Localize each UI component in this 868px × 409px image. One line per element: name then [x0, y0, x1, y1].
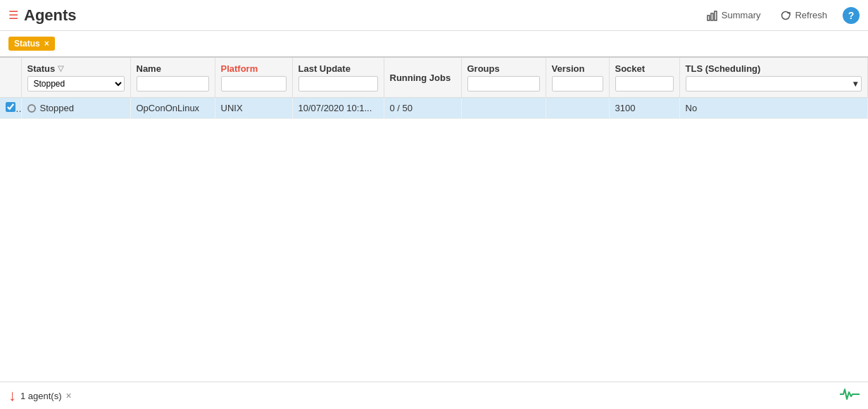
col-tls-label: TLS (Scheduling): [686, 63, 761, 74]
row-name-cell: OpConOnLinux: [130, 98, 215, 119]
tls-dropdown-arrow: ▾: [853, 79, 857, 89]
help-label: ?: [848, 10, 855, 21]
status-filter-select[interactable]: Stopped Running: [27, 76, 125, 92]
groups-filter-input[interactable]: [467, 76, 540, 92]
col-version-label: Version: [552, 63, 585, 74]
last-update-filter-input[interactable]: [298, 76, 378, 92]
col-status: Status ▽ Stopped Running: [21, 58, 130, 98]
footer-close-icon[interactable]: ×: [66, 390, 72, 401]
col-platform-label: Platform: [221, 63, 258, 74]
row-status-text: Stopped: [40, 103, 74, 113]
tls-filter-dropdown[interactable]: ▾: [686, 76, 862, 92]
version-filter-input[interactable]: [552, 76, 603, 92]
row-platform-cell: UNIX: [215, 98, 292, 119]
summary-icon: [707, 10, 718, 21]
svg-rect-0: [707, 15, 710, 20]
refresh-label: Refresh: [795, 10, 827, 20]
socket-filter-input[interactable]: [615, 76, 674, 92]
col-last-update: Last Update: [292, 58, 384, 98]
filter-bar: Status ×: [0, 31, 868, 58]
heartbeat-svg: [840, 387, 860, 401]
row-version-cell: [546, 98, 609, 119]
row-status-cell: Stopped: [21, 98, 130, 119]
row-tls-cell: No: [679, 98, 868, 119]
summary-label: Summary: [722, 10, 761, 20]
page-title: Agents: [24, 6, 77, 25]
platform-filter-input[interactable]: [221, 76, 287, 92]
agent-count: 1 agent(s): [20, 391, 62, 401]
col-checkbox: [0, 58, 21, 98]
row-checkbox[interactable]: [6, 102, 15, 112]
filter-tag-close[interactable]: ×: [44, 39, 49, 49]
footer-left: ↓ 1 agent(s) ×: [8, 386, 72, 405]
table-wrapper: Status ▽ Stopped Running Name: [0, 58, 868, 382]
row-running-jobs-cell: 0 / 50: [384, 98, 461, 119]
svg-rect-1: [711, 13, 713, 20]
table-scroll-area[interactable]: Status ▽ Stopped Running Name: [0, 58, 868, 382]
summary-button[interactable]: Summary: [703, 7, 765, 24]
svg-rect-2: [715, 11, 717, 20]
col-platform: Platform: [215, 58, 292, 98]
col-status-label: Status: [27, 63, 56, 74]
heartbeat-icon: [840, 389, 860, 404]
col-running-jobs: Running Jobs: [384, 58, 461, 98]
refresh-button[interactable]: Refresh: [776, 7, 831, 24]
row-groups-cell: [461, 98, 546, 119]
status-filter-icon: ▽: [58, 64, 63, 73]
table-header-row: Status ▽ Stopped Running Name: [0, 58, 868, 98]
agents-table: Status ▽ Stopped Running Name: [0, 58, 868, 119]
col-running-jobs-label: Running Jobs: [390, 73, 451, 83]
col-name-label: Name: [137, 63, 161, 74]
down-arrow-icon: ↓: [8, 386, 16, 405]
col-groups-label: Groups: [467, 63, 500, 74]
help-button[interactable]: ?: [843, 7, 860, 24]
table-body: StoppedOpConOnLinuxUNIX10/07/2020 10:1..…: [0, 98, 868, 119]
col-socket: Socket: [609, 58, 679, 98]
status-circle-icon: [27, 104, 36, 113]
filter-tag-label: Status: [14, 39, 40, 49]
filter-tag-status[interactable]: Status ×: [8, 37, 55, 51]
col-tls: TLS (Scheduling) ▾: [679, 58, 868, 98]
col-groups: Groups: [461, 58, 546, 98]
col-name: Name: [130, 58, 215, 98]
refresh-icon: [780, 10, 791, 21]
row-socket-cell: 3100: [609, 98, 679, 119]
name-filter-input[interactable]: [137, 76, 209, 92]
footer-right: [840, 387, 860, 405]
col-socket-label: Socket: [615, 63, 646, 74]
footer: ↓ 1 agent(s) ×: [0, 382, 868, 409]
col-last-update-label: Last Update: [298, 63, 351, 74]
col-version: Version: [546, 58, 609, 98]
row-checkbox-cell: [0, 98, 21, 119]
header-left: ☰ Agents: [8, 6, 703, 25]
app-header: ☰ Agents Summary Refresh ?: [0, 0, 868, 31]
row-last-update-cell: 10/07/2020 10:1...: [292, 98, 384, 119]
table-row[interactable]: StoppedOpConOnLinuxUNIX10/07/2020 10:1..…: [0, 98, 868, 119]
hamburger-icon[interactable]: ☰: [8, 8, 18, 22]
header-right: Summary Refresh ?: [703, 7, 860, 24]
